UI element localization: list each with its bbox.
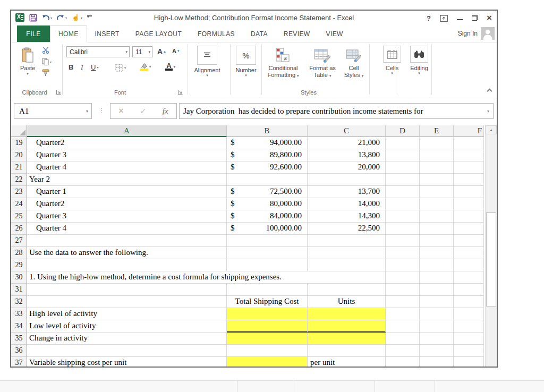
cell-B24[interactable]: $80,000.00 [227,198,308,210]
column-header-A[interactable]: A [27,125,227,137]
cell-F20[interactable] [454,149,484,161]
insert-function-button[interactable]: fx [163,107,168,116]
cell-D37[interactable] [386,357,420,367]
cell-A27[interactable] [27,235,227,247]
collapse-ribbon-button[interactable] [486,88,492,93]
cell-C32[interactable]: Units [308,296,386,308]
copy-button[interactable]: ▾ [42,58,52,65]
ribbon-display-options-button[interactable] [440,15,448,22]
cell-F21[interactable] [454,161,484,174]
tab-file[interactable]: FILE [17,25,50,42]
font-name-select[interactable]: Calibri ▾ [66,46,130,57]
row-header-20[interactable]: 20 [11,149,27,161]
row-header-33[interactable]: 33 [11,308,27,320]
paste-button[interactable]: Paste ▾ [15,46,40,76]
font-dialog-launcher[interactable] [177,89,183,95]
cell-C33[interactable] [308,308,386,320]
underline-button[interactable]: U▾ [91,63,98,71]
format-as-table-button[interactable]: Format as Table ▾ [305,46,340,79]
row-header-26[interactable]: 26 [11,223,27,235]
cell-D20[interactable] [386,149,420,161]
cell-A29[interactable] [27,259,227,271]
cell-B29[interactable] [227,259,308,271]
conditional-formatting-button[interactable]: ≠ Conditional Formatting ▾ [262,46,304,79]
cell-E20[interactable] [420,149,454,161]
cell-D32[interactable] [386,296,420,308]
cell-F19[interactable] [454,137,484,149]
column-header-E[interactable]: E [420,125,454,137]
cell-F35[interactable] [454,333,484,345]
cell-B19[interactable]: $94,000.00 [227,137,308,149]
cell-B28[interactable] [227,247,308,259]
cell-D21[interactable] [386,161,420,174]
cancel-entry-button[interactable]: × [118,106,123,116]
cell-A28[interactable]: Use the data to answer the following. [27,247,227,259]
cell-A37[interactable]: Variable shipping cost per unit [27,357,227,367]
cell-C25[interactable]: 14,300 [308,210,386,223]
cell-D19[interactable] [386,137,420,149]
borders-button[interactable]: ▾ [115,64,126,72]
cell-F32[interactable] [454,296,484,308]
cell-F23[interactable] [454,186,484,198]
row-header-32[interactable]: 32 [11,296,27,308]
row-header-23[interactable]: 23 [11,186,27,198]
cell-C26[interactable]: 22,500 [308,223,386,235]
fill-color-button[interactable]: ▾ [140,63,151,71]
column-header-B[interactable]: B [227,125,308,137]
cell-A25[interactable]: Quarter 3 [27,210,227,223]
cell-B33[interactable] [227,308,308,320]
cell-D30[interactable] [386,271,420,284]
cell-F30[interactable] [454,271,484,284]
undo-button[interactable]: ▾ [42,14,52,21]
cell-A24[interactable]: Quarter2 [27,198,227,210]
minimize-button[interactable] [457,16,463,20]
cell-C35[interactable] [308,333,386,345]
cell-B36[interactable] [227,345,308,357]
cell-D23[interactable] [386,186,420,198]
clipboard-dialog-launcher[interactable] [56,89,62,95]
row-header-37[interactable]: 37 [11,357,27,367]
cell-C19[interactable]: 21,000 [308,137,386,149]
cell-E32[interactable] [420,296,454,308]
cell-D26[interactable] [386,223,420,235]
tab-formulas[interactable]: FORMULAS [190,25,243,42]
cell-C34[interactable] [308,320,386,333]
tab-view[interactable]: VIEW [318,25,351,42]
cell-F28[interactable] [454,247,484,259]
confirm-entry-button[interactable]: ✓ [140,107,146,115]
close-button[interactable]: × [487,14,492,22]
cell-E34[interactable] [420,320,454,333]
format-painter-button[interactable] [42,69,50,76]
bold-button[interactable]: B [69,63,73,71]
cell-B34[interactable] [227,320,308,333]
cell-E24[interactable] [420,198,454,210]
cell-F24[interactable] [454,198,484,210]
cell-E28[interactable] [420,247,454,259]
alignment-group-button[interactable]: Alignment ▾ [191,46,223,78]
cell-D33[interactable] [386,308,420,320]
cell-E26[interactable] [420,223,454,235]
tab-data[interactable]: DATA [243,25,276,42]
row-header-28[interactable]: 28 [11,247,27,259]
cell-E33[interactable] [420,308,454,320]
cell-A33[interactable]: High level of activity [27,308,227,320]
cell-F26[interactable] [454,223,484,235]
column-header-F[interactable]: F [454,125,484,137]
row-header-25[interactable]: 25 [11,210,27,223]
cell-B21[interactable]: $92,600.00 [227,161,308,174]
cell-E31[interactable] [420,284,454,296]
cell-B32[interactable]: Total Shipping Cost [227,296,308,308]
cell-B31[interactable] [227,284,308,296]
cell-D25[interactable] [386,210,420,223]
cell-E29[interactable] [420,259,454,271]
cell-E19[interactable] [420,137,454,149]
cell-F36[interactable] [454,345,484,357]
cell-E22[interactable] [420,174,454,186]
column-header-D[interactable]: D [386,125,420,137]
cell-C24[interactable]: 14,000 [308,198,386,210]
cell-A26[interactable]: Quarter 4 [27,223,227,235]
cell-E27[interactable] [420,235,454,247]
vertical-scrollbar[interactable]: ▲ [485,125,497,367]
cell-C22[interactable] [308,174,386,186]
cell-A19[interactable]: Quarter2 [27,137,227,149]
